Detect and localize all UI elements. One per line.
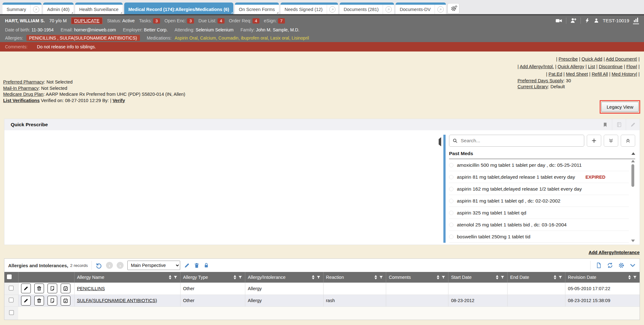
med-sheet-link[interactable]: Med Sheet — [566, 72, 588, 77]
delete-row-button[interactable] — [34, 284, 44, 293]
verify-link[interactable]: Verify — [113, 98, 125, 103]
radio-icon[interactable] — [449, 211, 453, 215]
list-verifications-link[interactable]: List Verifications — [3, 98, 40, 103]
edit-button[interactable] — [184, 263, 190, 268]
collapse-sidebar-button[interactable] — [439, 139, 441, 243]
collapse-module-button[interactable] — [630, 262, 636, 268]
medicare-plan-link[interactable]: Medicare Drug Plan — [3, 92, 43, 97]
edit-row-button[interactable] — [21, 284, 31, 293]
radio-icon[interactable] — [449, 235, 453, 239]
sort-button[interactable] — [234, 275, 236, 279]
sort-button[interactable] — [554, 275, 556, 279]
new-document-button[interactable] — [596, 262, 602, 268]
sort-button[interactable] — [375, 275, 377, 279]
preferred-pharmacy-link[interactable]: Preferred Pharmacy — [3, 79, 44, 84]
refresh-button[interactable] — [607, 262, 613, 268]
quick-allergy-link[interactable]: Quick Allergy — [558, 64, 584, 69]
add-allergy-intol-link[interactable]: Add Allergy/Intol. — [520, 64, 554, 69]
sort-button[interactable] — [437, 275, 439, 279]
allergies-chip[interactable]: PENICILLINS , SULFA(SULFONAMIDE ANTIBIOT… — [26, 35, 140, 41]
radio-icon[interactable] — [449, 199, 453, 203]
esign-badge[interactable]: 7 — [278, 18, 285, 24]
medication-link[interactable]: Lisinopril — [291, 35, 309, 41]
open-external-button[interactable] — [327, 5, 338, 14]
note-row-button[interactable] — [47, 296, 57, 306]
pat-ed-link[interactable]: Pat.Ed — [548, 72, 562, 77]
medication-link[interactable]: Coumadin — [219, 35, 241, 41]
open-external-button[interactable] — [30, 5, 42, 14]
tab-health-surveillance[interactable]: Health Surveillance — [75, 3, 123, 14]
add-med-button[interactable] — [587, 135, 601, 147]
tab-documents-dv[interactable]: Documents-DV — [396, 3, 446, 14]
tab-needs-signed[interactable]: Needs Signed (12) — [280, 3, 338, 14]
schedule-row-button[interactable] — [61, 296, 70, 306]
bookmark-button[interactable] — [598, 119, 612, 130]
filter-icon[interactable] — [633, 275, 637, 279]
tab-documents[interactable]: Documents (281) — [340, 3, 394, 14]
med-history-link[interactable]: Med History — [612, 72, 636, 77]
delete-row-button[interactable] — [34, 296, 44, 306]
prescribe-link[interactable]: Prescribe — [558, 57, 578, 62]
open-external-button[interactable] — [383, 5, 394, 14]
expand-all-button[interactable] — [604, 135, 618, 147]
lock-button[interactable] — [203, 263, 209, 268]
video-camera-icon[interactable] — [555, 17, 562, 24]
sort-button[interactable] — [169, 275, 171, 279]
add-user-icon[interactable] — [570, 17, 577, 24]
medication-link[interactable]: Calcium — [200, 35, 218, 41]
delete-button[interactable] — [194, 263, 200, 268]
tab-on-screen-forms[interactable]: On Screen Forms — [235, 3, 279, 14]
list-item[interactable]: amoxicillin 500 mg tablet 1 tablet per d… — [449, 159, 629, 171]
tab-medical-record[interactable]: Medical Record (174):Allergies/Medicatio… — [124, 3, 233, 14]
scrollbar[interactable] — [630, 160, 635, 242]
allergy-name-link[interactable]: PENICILLINS — [77, 286, 105, 291]
filter-icon[interactable] — [173, 275, 178, 279]
open-external-button[interactable] — [435, 5, 446, 14]
medication-link[interactable]: ibuprofen oral — [241, 35, 270, 41]
list-item[interactable]: atenolol 25 mg tablet 1 tablets bid , dc… — [449, 219, 629, 231]
list-item[interactable]: boswellin tablet 250mg 1 tablet tid — [449, 231, 629, 243]
search-input[interactable] — [460, 138, 581, 144]
medication-link[interactable]: Aspirin Oral — [175, 35, 200, 41]
note-row-button[interactable] — [47, 284, 57, 293]
tab-admin[interactable]: Admin (40) — [43, 3, 74, 14]
filter-icon[interactable] — [441, 275, 446, 279]
scroll-down-icon[interactable] — [631, 240, 635, 242]
discontinue-link[interactable]: Discontinue — [599, 64, 623, 69]
sort-button[interactable] — [496, 275, 498, 279]
sort-button[interactable] — [312, 275, 314, 279]
add-document-link[interactable]: Add Document — [606, 57, 636, 62]
row-checkbox[interactable] — [9, 286, 14, 290]
sort-button[interactable] — [628, 275, 631, 279]
tab-settings-button[interactable] — [447, 3, 459, 14]
list-item[interactable]: aspirin 162 mg tablet,delayed release 1/… — [449, 183, 629, 195]
filter-icon[interactable] — [238, 275, 242, 279]
quick-add-link[interactable]: Quick Add — [581, 57, 602, 62]
list-item[interactable]: aspirin 81 mg tablet 1 tablet qd , dc: 0… — [449, 195, 629, 207]
scrollbar-thumb[interactable] — [631, 164, 634, 187]
edit-panel-button[interactable] — [626, 119, 640, 130]
user-icon[interactable] — [594, 18, 599, 23]
legacy-view-button[interactable]: Legacy View — [601, 102, 639, 112]
undo-button[interactable] — [96, 262, 102, 269]
schedule-row-button[interactable] — [61, 284, 70, 293]
select-all-checkbox[interactable] — [7, 274, 12, 279]
tab-summary[interactable]: Summary — [3, 3, 42, 14]
filter-icon[interactable] — [500, 275, 505, 279]
allergy-name-link[interactable]: SULFA(SULFONAMIDE ANTIBIOTICS) — [77, 298, 157, 303]
chart-button[interactable] — [633, 17, 639, 24]
radio-icon[interactable] — [449, 187, 453, 191]
lightning-icon[interactable] — [585, 18, 590, 23]
due-list-badge[interactable]: 4 — [218, 18, 225, 24]
mail-in-pharmacy-link[interactable]: Mail-In Pharmacy — [3, 86, 39, 91]
scroll-up-icon[interactable] — [631, 160, 635, 162]
list-item[interactable]: aspirin 81 mg tablet,delayed release 1 t… — [449, 171, 629, 183]
radio-icon[interactable] — [449, 175, 453, 179]
list-link[interactable]: List — [588, 64, 595, 69]
preferred-days-link[interactable]: Preferred Days Supply — [518, 78, 564, 83]
edit-row-button[interactable] — [21, 296, 31, 306]
medication-link[interactable]: Lasix oral — [270, 35, 292, 41]
open-enc-badge[interactable]: 3 — [187, 18, 194, 24]
perspective-select[interactable]: Main Perspective — [127, 261, 180, 270]
current-library-link[interactable]: Current Library — [518, 84, 548, 89]
